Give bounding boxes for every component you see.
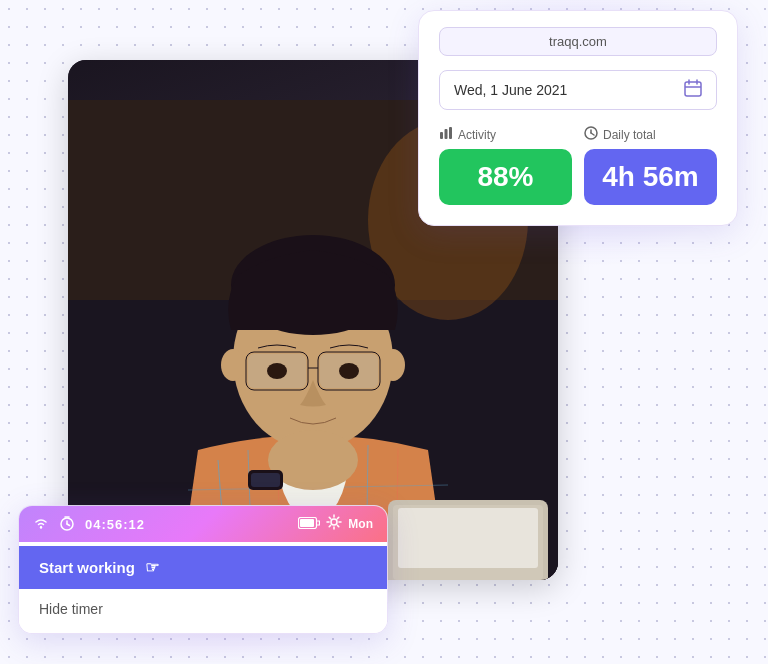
url-text: traqq.com [549, 34, 607, 49]
svg-point-12 [381, 349, 405, 381]
taskbar-menu: Start working ☞ Hide timer [19, 542, 387, 633]
stats-row: Activity 88% Daily total 4h 56m [439, 126, 717, 205]
daily-total-value: 4h 56m [584, 149, 717, 205]
activity-icon [439, 126, 453, 143]
cursor-icon: ☞ [145, 558, 159, 577]
daily-total-block: Daily total 4h 56m [584, 126, 717, 205]
traqq-card: traqq.com Wed, 1 June 2021 [418, 10, 738, 226]
svg-point-19 [339, 363, 359, 379]
start-working-item[interactable]: Start working ☞ [19, 546, 387, 589]
wifi-icon [33, 516, 49, 533]
svg-rect-42 [300, 519, 314, 527]
activity-block: Activity 88% [439, 126, 572, 205]
svg-point-11 [221, 349, 245, 381]
date-field[interactable]: Wed, 1 June 2021 [439, 70, 717, 110]
hide-timer-item[interactable]: Hide timer [19, 589, 387, 629]
scene: traqq.com Wed, 1 June 2021 [0, 0, 768, 664]
svg-line-35 [591, 133, 594, 135]
clock-icon [584, 126, 598, 143]
activity-label-text: Activity [458, 128, 496, 142]
svg-point-43 [331, 519, 337, 525]
start-working-label: Start working [39, 559, 135, 576]
daily-total-label: Daily total [584, 126, 717, 143]
svg-rect-32 [449, 127, 452, 139]
calendar-icon [684, 79, 702, 101]
date-value: Wed, 1 June 2021 [454, 82, 567, 98]
svg-rect-22 [251, 473, 280, 487]
daily-total-label-text: Daily total [603, 128, 656, 142]
settings-icon [326, 514, 342, 534]
svg-rect-30 [440, 132, 443, 139]
activity-value: 88% [439, 149, 572, 205]
hide-timer-label: Hide timer [39, 601, 103, 617]
battery-icon [298, 515, 320, 533]
timer-icon [59, 515, 75, 534]
svg-rect-31 [445, 129, 448, 139]
day-display: Mon [348, 517, 373, 531]
svg-rect-25 [398, 508, 538, 568]
taskbar-widget: 04:56:12 Mon [18, 505, 388, 634]
url-bar[interactable]: traqq.com [439, 27, 717, 56]
svg-rect-26 [685, 82, 701, 96]
taskbar-top: 04:56:12 Mon [19, 506, 387, 542]
svg-point-36 [40, 526, 42, 528]
svg-line-39 [67, 524, 70, 526]
activity-label: Activity [439, 126, 572, 143]
svg-point-18 [267, 363, 287, 379]
taskbar-right-icons: Mon [298, 514, 373, 534]
timer-display: 04:56:12 [85, 517, 145, 532]
